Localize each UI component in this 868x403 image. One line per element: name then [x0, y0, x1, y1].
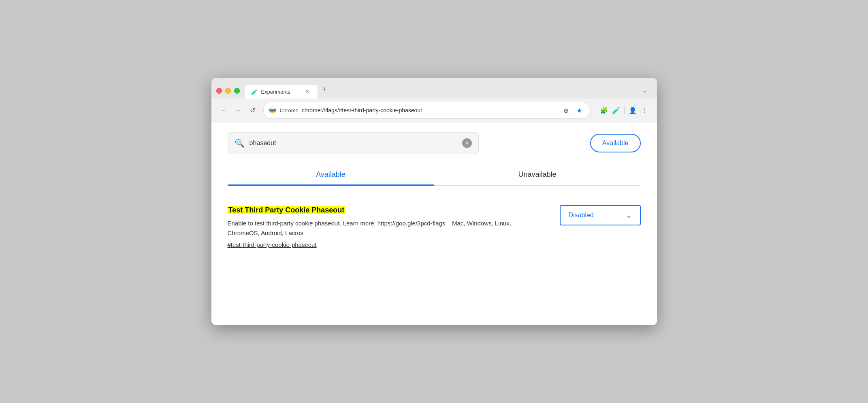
- minimize-window-button[interactable]: [225, 88, 231, 94]
- bookmark-icon[interactable]: ★: [574, 105, 585, 116]
- profile-icon[interactable]: 👤: [627, 105, 638, 116]
- flag-select-dropdown[interactable]: Disabled ⌄: [560, 205, 641, 225]
- page-content: 🔍 phaseout × Available Available Unavail…: [211, 122, 657, 325]
- experiments-icon[interactable]: 🧪: [610, 105, 622, 116]
- reset-all-button[interactable]: Available: [590, 134, 641, 152]
- tab-unavailable[interactable]: Unavailable: [434, 164, 641, 185]
- url-text: chrome://flags/#test-third-party-cookie-…: [302, 107, 557, 114]
- url-origin-label: Chrome: [280, 107, 299, 114]
- tab-bar: 🧪 Experiments × + ⌄: [245, 82, 652, 99]
- url-bar[interactable]: Chrome chrome://flags/#test-third-party-…: [263, 102, 590, 119]
- address-bar: ← → ↺ Chrome chrome://flags/#test-third-…: [211, 99, 657, 122]
- browser-window: 🧪 Experiments × + ⌄ ← → ↺ Chrome chrome:…: [211, 78, 657, 325]
- toolbar-actions: 🧩 🧪 👤 ⋮: [598, 105, 650, 116]
- toolbar-divider: [624, 106, 625, 114]
- search-area: 🔍 phaseout × Available: [228, 132, 641, 154]
- flag-info: Test Third Party Cookie Phaseout Enable …: [228, 205, 544, 248]
- new-tab-button[interactable]: +: [318, 82, 332, 99]
- flag-control: Disabled ⌄: [560, 205, 641, 225]
- chrome-logo-icon: [269, 106, 277, 114]
- refresh-button[interactable]: ↺: [247, 105, 258, 116]
- tab-label: Experiments: [261, 89, 301, 95]
- flag-item: Test Third Party Cookie Phaseout Enable …: [228, 199, 641, 255]
- search-clear-button[interactable]: ×: [462, 138, 472, 148]
- maximize-window-button[interactable]: [234, 88, 240, 94]
- chevron-down-icon: ⌄: [626, 211, 632, 220]
- forward-button[interactable]: →: [232, 105, 244, 116]
- active-tab[interactable]: 🧪 Experiments ×: [245, 85, 318, 99]
- tab-list-button[interactable]: ⌄: [638, 84, 652, 99]
- traffic-lights: [216, 88, 240, 99]
- flag-description: Enable to test third-party cookie phaseo…: [228, 219, 519, 238]
- back-button[interactable]: ←: [218, 105, 229, 116]
- flag-anchor-link[interactable]: #test-third-party-cookie-phaseout: [228, 241, 544, 248]
- svg-point-2: [271, 109, 274, 112]
- title-bar: 🧪 Experiments × + ⌄: [211, 78, 657, 99]
- menu-icon[interactable]: ⋮: [639, 105, 650, 116]
- flag-title: Test Third Party Cookie Phaseout: [228, 206, 345, 214]
- tab-close-button[interactable]: ×: [304, 88, 311, 95]
- url-actions: ⊕ ★: [561, 105, 585, 116]
- search-input[interactable]: phaseout: [250, 139, 457, 147]
- search-icon: 🔍: [235, 138, 245, 148]
- close-window-button[interactable]: [216, 88, 222, 94]
- extensions-icon[interactable]: 🧩: [598, 105, 610, 116]
- flag-list: Test Third Party Cookie Phaseout Enable …: [228, 186, 641, 268]
- search-box[interactable]: 🔍 phaseout ×: [228, 132, 479, 154]
- tab-available[interactable]: Available: [228, 164, 434, 185]
- zoom-icon[interactable]: ⊕: [561, 105, 572, 116]
- flag-select-value: Disabled: [569, 212, 594, 219]
- flag-tabs: Available Unavailable: [228, 164, 641, 186]
- tab-icon: 🧪: [251, 88, 258, 95]
